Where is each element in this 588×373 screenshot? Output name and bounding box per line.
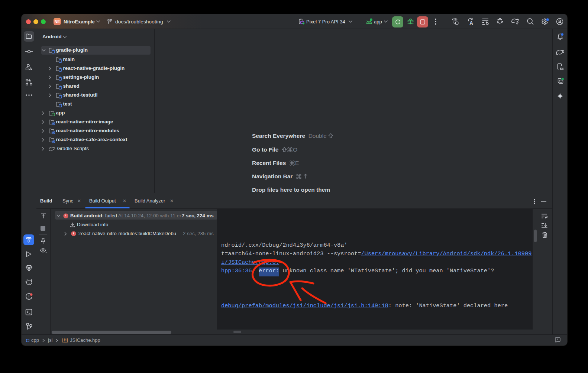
svg-text:A: A: [469, 20, 473, 26]
